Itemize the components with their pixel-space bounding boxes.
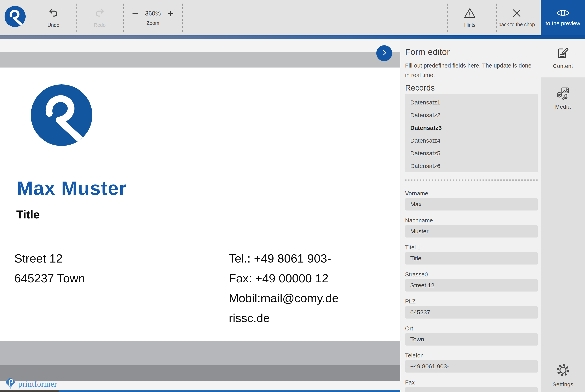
design-canvas: Max Muster Title Street 12 645237 Town T… — [0, 39, 400, 392]
field-telefon: Telefon — [405, 352, 538, 372]
field-fax-label: Fax — [405, 379, 538, 386]
field-plz: PLZ — [405, 298, 538, 318]
zoom-value: 360% — [145, 10, 161, 17]
record-item-datensatz3-selected[interactable]: Datensatz3 — [405, 122, 538, 134]
card-contact-line: Mobil:mail@comy.de — [229, 288, 338, 308]
app-logo[interactable] — [4, 6, 26, 27]
redo-label: Redo — [94, 22, 106, 28]
record-item-datensatz5[interactable]: Datensatz5 — [405, 147, 538, 160]
field-plz-label: PLZ — [405, 298, 538, 305]
panel-title: Form editor — [405, 47, 538, 57]
rail-spacer — [541, 110, 585, 362]
card-logo-icon — [31, 84, 92, 146]
form-fields: Vorname Nachname Titel 1 Strasse0 PLZ Or… — [405, 190, 538, 392]
zoom-out-button[interactable]: − — [132, 10, 138, 18]
undo-button[interactable]: Undo — [36, 0, 71, 35]
card-name-text: Max Muster — [17, 177, 127, 200]
content-icon — [557, 47, 569, 60]
field-nachname: Nachname — [405, 217, 538, 238]
field-vorname-label: Vorname — [405, 190, 538, 197]
eye-icon — [556, 9, 570, 18]
record-item-datensatz1[interactable]: Datensatz1 — [405, 96, 538, 109]
zoom-label: Zoom — [146, 20, 159, 26]
tab-media[interactable]: Media — [541, 78, 585, 110]
record-item-datensatz4[interactable]: Datensatz4 — [405, 134, 538, 147]
field-fax-input[interactable] — [405, 387, 538, 392]
tab-media-label: Media — [555, 104, 571, 110]
printformer-brand: printformer — [5, 378, 57, 390]
zoom-in-button[interactable]: + — [168, 10, 174, 18]
app-logo-icon — [4, 24, 26, 28]
redo-icon — [94, 8, 105, 20]
scrollbar-track-segment — [0, 390, 58, 392]
horizontal-scrollbar — [0, 390, 400, 392]
field-nachname-label: Nachname — [405, 217, 538, 224]
field-nachname-input[interactable] — [405, 225, 538, 238]
field-vorname: Vorname — [405, 190, 538, 210]
card-address-line: Street 12 — [14, 248, 85, 268]
top-toolbar: Undo Redo − 360% + Zoom — [0, 0, 585, 35]
hints-button[interactable]: Hints — [452, 0, 488, 35]
tab-content-label: Content — [553, 63, 573, 69]
chevron-right-icon — [381, 49, 388, 57]
card-address-line: 645237 Town — [14, 268, 85, 288]
toolbar-separator — [123, 4, 124, 32]
field-titel1: Titel 1 — [405, 244, 538, 264]
toolbar-separator — [76, 4, 77, 32]
field-vorname-input[interactable] — [405, 198, 538, 210]
canvas-bottom-dark-bar — [0, 366, 400, 381]
field-strasse0-input[interactable] — [405, 279, 538, 292]
canvas-bottom-light-bar — [0, 341, 400, 366]
card-contact-line: Fax: +49 00000 12 — [229, 268, 338, 288]
field-titel1-label: Titel 1 — [405, 244, 538, 251]
card-contact-line: rissc.de — [229, 308, 338, 328]
card-title-text: Title — [16, 208, 40, 221]
toolbar-accent-bar — [0, 35, 585, 39]
field-telefon-input[interactable] — [405, 360, 538, 372]
hints-label: Hints — [464, 22, 476, 28]
printformer-logo-icon — [5, 377, 16, 390]
field-telefon-label: Telefon — [405, 352, 538, 359]
record-item-datensatz6[interactable]: Datensatz6 — [405, 160, 538, 172]
printformer-editor: Undo Redo − 360% + Zoom — [0, 0, 585, 392]
settings-gear-icon — [556, 362, 570, 378]
tab-settings[interactable]: Settings — [541, 362, 585, 392]
field-plz-input[interactable] — [405, 306, 538, 318]
toolbar-separator — [447, 4, 448, 32]
scrollbar-thumb[interactable] — [58, 390, 400, 392]
business-card-preview: Max Muster Title Street 12 645237 Town T… — [0, 68, 400, 341]
right-tab-rail: Content Media — [541, 39, 585, 392]
dashed-divider — [405, 180, 538, 180]
field-strasse0-label: Strasse0 — [405, 271, 538, 278]
undo-icon — [48, 8, 59, 20]
field-ort: Ort — [405, 325, 538, 346]
to-the-preview-button[interactable]: to the preview — [541, 0, 585, 35]
panel-description: Fill out predefined fields here. The upd… — [405, 61, 534, 80]
printformer-wordmark: printformer — [18, 379, 57, 388]
field-titel1-input[interactable] — [405, 252, 538, 264]
record-item-datensatz2[interactable]: Datensatz2 — [405, 109, 538, 122]
toolbar-separator — [182, 4, 183, 32]
collapse-panel-button[interactable] — [376, 45, 392, 61]
tab-content[interactable]: Content — [541, 39, 585, 78]
tab-settings-label: Settings — [552, 381, 573, 388]
canvas-top-gray-bar — [0, 52, 400, 68]
zoom-control: − 360% + Zoom — [125, 0, 181, 35]
close-icon — [512, 8, 522, 19]
field-ort-input[interactable] — [405, 333, 538, 346]
field-strasse0: Strasse0 — [405, 271, 538, 292]
back-to-shop-label: back to the shop — [498, 22, 535, 28]
records-list: Datensatz1 Datensatz2 Datensatz3 Datensa… — [405, 94, 538, 172]
card-address-block: Street 12 645237 Town — [14, 248, 85, 288]
media-icon — [556, 86, 570, 101]
field-fax: Fax — [405, 379, 538, 392]
card-contact-line: Tel.: +49 8061 903- — [229, 248, 338, 268]
undo-label: Undo — [48, 22, 59, 28]
warning-triangle-icon — [464, 8, 476, 20]
redo-button[interactable]: Redo — [82, 0, 118, 35]
records-heading: Records — [405, 82, 538, 93]
form-editor-panel: Form editor Fill out predefined fields h… — [400, 39, 541, 392]
card-contact-block: Tel.: +49 8061 903- Fax: +49 00000 12 Mo… — [229, 248, 338, 328]
field-ort-label: Ort — [405, 325, 538, 332]
back-to-shop-button[interactable]: back to the shop — [494, 0, 539, 35]
